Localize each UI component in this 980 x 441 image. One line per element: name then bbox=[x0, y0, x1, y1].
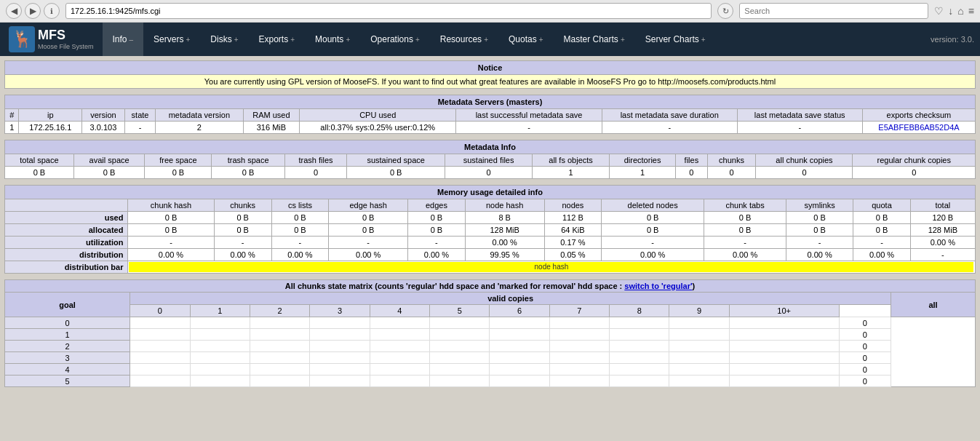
home-icon[interactable]: ⌂ bbox=[957, 5, 963, 17]
col-all-chunk-copies: all chunk copies bbox=[756, 154, 853, 167]
cell-dist-quota: 0.00 % bbox=[853, 249, 910, 261]
memory-row-distribution: distribution 0.00 % 0.00 % 0.00 % 0.00 %… bbox=[5, 249, 976, 261]
nav-label-info: Info bbox=[113, 34, 127, 44]
cell-checksum: E5ABFEBB6AB52D4A bbox=[862, 122, 975, 134]
nav-item-mounts[interactable]: Mounts + bbox=[305, 23, 360, 56]
col-deleted-nodes: deleted nodes bbox=[602, 199, 704, 212]
nav-arrow-info: – bbox=[130, 36, 134, 44]
nav-item-servers[interactable]: Servers + bbox=[143, 23, 200, 56]
all-0: 0 bbox=[839, 317, 891, 329]
search-input[interactable] bbox=[739, 3, 928, 19]
cell-last-save: - bbox=[456, 122, 602, 134]
cell-version: 3.0.103 bbox=[81, 122, 124, 134]
cell-util-chunks: - bbox=[214, 237, 271, 249]
col-checksum: exports checksum bbox=[862, 109, 975, 122]
table-row: 4 0 bbox=[5, 364, 976, 376]
browser-chrome: ◀ ▶ ℹ ↻ ♡ ↓ ⌂ ≡ bbox=[0, 0, 980, 23]
col-vc-9: 9 bbox=[669, 305, 729, 317]
col-edge-hash: edge hash bbox=[329, 199, 408, 212]
info-button[interactable]: ℹ bbox=[44, 3, 60, 19]
table-row: 3 0 bbox=[5, 352, 976, 364]
nav-item-resources[interactable]: Resources + bbox=[430, 23, 498, 56]
goal-2: 2 bbox=[5, 341, 130, 352]
col-chunks-mem: chunks bbox=[214, 199, 271, 212]
col-version: version bbox=[81, 109, 124, 122]
valid-copies-label: valid copies bbox=[130, 293, 891, 305]
cell-save-status: - bbox=[737, 122, 862, 134]
col-vc-8: 8 bbox=[610, 305, 669, 317]
cell-util-total: 0.00 % bbox=[910, 237, 975, 249]
cell-util-nodes: 0.17 % bbox=[544, 237, 601, 249]
address-bar[interactable] bbox=[65, 3, 712, 19]
cell-util-deleted-nodes: - bbox=[602, 237, 704, 249]
nav-label-servers: Servers bbox=[154, 34, 183, 44]
cell-used-quota: 0 B bbox=[853, 212, 910, 224]
col-chunks: chunks bbox=[707, 154, 756, 167]
cell-alloc-quota: 0 B bbox=[853, 224, 910, 237]
switch-link[interactable]: switch to 'regular' bbox=[624, 282, 692, 290]
cell-alloc-chunk-tabs: 0 B bbox=[704, 224, 786, 237]
metadata-info-row: 0 B 0 B 0 B 0 B 0 0 B 0 1 1 0 0 0 0 bbox=[5, 167, 976, 179]
cell-cpu: all:0.37% sys:0.25% user:0.12% bbox=[300, 122, 456, 134]
cell-free-space: 0 B bbox=[145, 167, 212, 179]
notice-message: You are currently using GPL version of M… bbox=[5, 75, 976, 89]
col-vc-7: 7 bbox=[549, 305, 609, 317]
refresh-button[interactable]: ↻ bbox=[717, 3, 733, 19]
goal-5: 5 bbox=[5, 376, 130, 387]
cell-dist-deleted-nodes: 0.00 % bbox=[602, 249, 704, 261]
back-button[interactable]: ◀ bbox=[6, 3, 22, 19]
cell-util-symlinks: - bbox=[786, 237, 853, 249]
cell-used-node-hash: 8 B bbox=[465, 212, 544, 224]
all-2: 0 bbox=[839, 341, 891, 352]
nav-item-quotas[interactable]: Quotas + bbox=[498, 23, 554, 56]
download-icon[interactable]: ↓ bbox=[948, 5, 953, 17]
col-empty bbox=[5, 199, 128, 212]
nav-item-disks[interactable]: Disks + bbox=[200, 23, 248, 56]
goal-3: 3 bbox=[5, 352, 130, 364]
cell-dist-cs-lists: 0.00 % bbox=[271, 249, 328, 261]
menu-icon[interactable]: ≡ bbox=[968, 5, 974, 17]
col-vc-0: 0 bbox=[130, 305, 190, 317]
col-state: state bbox=[124, 109, 155, 122]
metadata-servers-table: Metadata Servers (masters) # ip version … bbox=[4, 95, 976, 134]
cell-util-edge-hash: - bbox=[329, 237, 408, 249]
cell-trash-files: 0 bbox=[284, 167, 346, 179]
goal-4: 4 bbox=[5, 364, 130, 376]
cell-save-duration: - bbox=[602, 122, 737, 134]
metadata-info-title: Metadata Info bbox=[5, 140, 976, 154]
nav-plus-resources: + bbox=[484, 36, 488, 44]
cell-avail-space: 0 B bbox=[73, 167, 145, 179]
nav-label-operations: Operations bbox=[370, 34, 413, 44]
col-ip: ip bbox=[19, 109, 81, 122]
cell-util-cs-lists: - bbox=[271, 237, 328, 249]
cell-sustained-space: 0 B bbox=[347, 167, 445, 179]
all-1: 0 bbox=[839, 329, 891, 341]
cell-total-space: 0 B bbox=[5, 167, 74, 179]
bookmark-icon[interactable]: ♡ bbox=[934, 5, 944, 17]
nav-item-info[interactable]: Info – bbox=[103, 23, 144, 56]
cell-used-chunks: 0 B bbox=[214, 212, 271, 224]
col-save-duration: last metadata save duration bbox=[602, 109, 737, 122]
col-chunk-hash: chunk hash bbox=[128, 199, 214, 212]
col-symlinks: symlinks bbox=[786, 199, 853, 212]
cell-dist-node-hash: 99.95 % bbox=[465, 249, 544, 261]
col-quota: quota bbox=[853, 199, 910, 212]
nav-plus-servers: + bbox=[186, 36, 190, 44]
nav-item-exports[interactable]: Exports + bbox=[248, 23, 305, 56]
forward-button[interactable]: ▶ bbox=[25, 3, 41, 19]
nav-plus-mounts: + bbox=[346, 36, 350, 44]
chunks-matrix-title: All chunks state matrix (counts 'regular… bbox=[5, 280, 976, 293]
nav-item-master-charts[interactable]: Master Charts + bbox=[554, 23, 635, 56]
nav-item-server-charts[interactable]: Server Charts + bbox=[635, 23, 716, 56]
cell-alloc-edge-hash: 0 B bbox=[329, 224, 408, 237]
col-files: files bbox=[676, 154, 708, 167]
dist-bar-label: node hash bbox=[535, 262, 569, 272]
nav-item-operations[interactable]: Operations + bbox=[360, 23, 430, 56]
cell-alloc-deleted-nodes: 0 B bbox=[602, 224, 704, 237]
cell-used-cs-lists: 0 B bbox=[271, 212, 328, 224]
col-regular-chunk-copies: regular chunk copies bbox=[853, 154, 976, 167]
nav-plus-quotas: + bbox=[539, 36, 543, 44]
cell-alloc-symlinks: 0 B bbox=[786, 224, 853, 237]
label-dist-bar: distribution bar bbox=[5, 261, 128, 274]
memory-usage-title: Memory usage detailed info bbox=[5, 186, 976, 199]
